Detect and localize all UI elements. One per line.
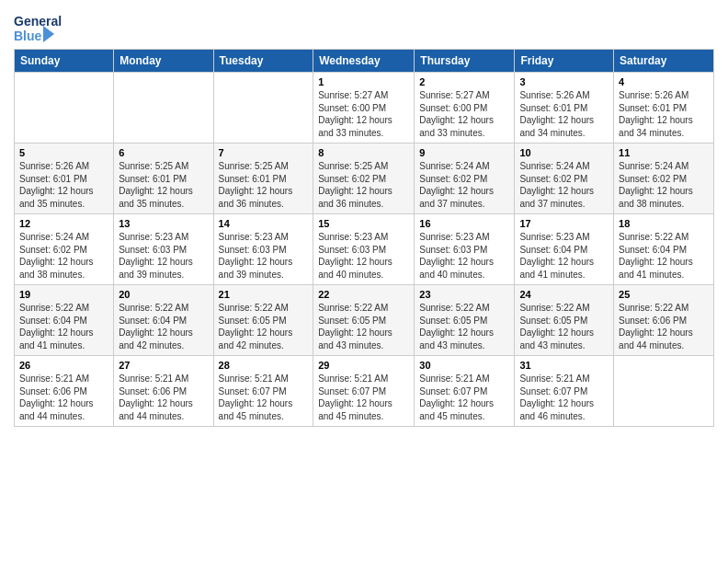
day-number: 19	[19, 289, 108, 300]
day-number: 15	[318, 218, 409, 229]
day-info: Sunrise: 5:27 AM Sunset: 6:00 PM Dayligh…	[419, 89, 509, 139]
calendar-cell: 30Sunrise: 5:21 AM Sunset: 6:07 PM Dayli…	[415, 356, 515, 427]
day-info: Sunrise: 5:21 AM Sunset: 6:06 PM Dayligh…	[19, 373, 108, 422]
day-info: Sunrise: 5:24 AM Sunset: 6:02 PM Dayligh…	[519, 160, 609, 210]
day-info: Sunrise: 5:22 AM Sunset: 6:04 PM Dayligh…	[19, 302, 108, 351]
calendar-cell: 25Sunrise: 5:22 AM Sunset: 6:06 PM Dayli…	[614, 285, 714, 356]
day-number: 31	[519, 360, 609, 371]
day-info: Sunrise: 5:22 AM Sunset: 6:06 PM Dayligh…	[619, 302, 709, 351]
day-info: Sunrise: 5:22 AM Sunset: 6:04 PM Dayligh…	[619, 231, 709, 281]
calendar-cell	[614, 356, 714, 427]
calendar-cell: 1Sunrise: 5:27 AM Sunset: 6:00 PM Daylig…	[313, 73, 415, 144]
day-number: 6	[119, 147, 208, 158]
calendar-cell: 20Sunrise: 5:22 AM Sunset: 6:04 PM Dayli…	[114, 285, 213, 356]
calendar-cell: 13Sunrise: 5:23 AM Sunset: 6:03 PM Dayli…	[114, 214, 213, 285]
day-info: Sunrise: 5:23 AM Sunset: 6:04 PM Dayligh…	[519, 231, 609, 281]
day-number: 18	[619, 218, 709, 229]
day-info: Sunrise: 5:22 AM Sunset: 6:05 PM Dayligh…	[318, 302, 409, 351]
calendar-cell: 24Sunrise: 5:22 AM Sunset: 6:05 PM Dayli…	[515, 285, 614, 356]
logo-chevron-icon	[43, 26, 54, 42]
day-info: Sunrise: 5:21 AM Sunset: 6:07 PM Dayligh…	[519, 373, 609, 422]
day-info: Sunrise: 5:26 AM Sunset: 6:01 PM Dayligh…	[519, 89, 609, 139]
day-info: Sunrise: 5:22 AM Sunset: 6:04 PM Dayligh…	[119, 302, 208, 351]
day-info: Sunrise: 5:26 AM Sunset: 6:01 PM Dayligh…	[19, 160, 108, 210]
day-number: 5	[19, 147, 108, 158]
calendar-cell	[15, 73, 114, 144]
logo-blue: Blue	[14, 29, 41, 43]
day-info: Sunrise: 5:25 AM Sunset: 6:02 PM Dayligh…	[318, 160, 409, 210]
calendar-cell: 15Sunrise: 5:23 AM Sunset: 6:03 PM Dayli…	[313, 214, 415, 285]
calendar-cell: 23Sunrise: 5:22 AM Sunset: 6:05 PM Dayli…	[415, 285, 515, 356]
day-number: 30	[419, 360, 509, 371]
calendar-cell	[213, 73, 313, 144]
calendar-header-row: SundayMondayTuesdayWednesdayThursdayFrid…	[15, 50, 714, 73]
day-number: 12	[19, 218, 108, 229]
calendar-cell: 19Sunrise: 5:22 AM Sunset: 6:04 PM Dayli…	[15, 285, 114, 356]
day-number: 20	[119, 289, 208, 300]
day-info: Sunrise: 5:23 AM Sunset: 6:03 PM Dayligh…	[119, 231, 208, 281]
day-info: Sunrise: 5:23 AM Sunset: 6:03 PM Dayligh…	[419, 231, 509, 281]
weekday-header-saturday: Saturday	[614, 50, 714, 73]
day-info: Sunrise: 5:25 AM Sunset: 6:01 PM Dayligh…	[119, 160, 208, 210]
day-info: Sunrise: 5:22 AM Sunset: 6:05 PM Dayligh…	[219, 302, 309, 351]
day-number: 27	[119, 360, 208, 371]
day-number: 4	[619, 76, 709, 87]
calendar-cell: 7Sunrise: 5:25 AM Sunset: 6:01 PM Daylig…	[213, 144, 313, 214]
calendar-cell: 17Sunrise: 5:23 AM Sunset: 6:04 PM Dayli…	[515, 214, 614, 285]
calendar-cell: 16Sunrise: 5:23 AM Sunset: 6:03 PM Dayli…	[415, 214, 515, 285]
logo: General Blue	[14, 14, 62, 43]
calendar-cell: 29Sunrise: 5:21 AM Sunset: 6:07 PM Dayli…	[313, 356, 415, 427]
calendar-cell: 18Sunrise: 5:22 AM Sunset: 6:04 PM Dayli…	[614, 214, 714, 285]
day-number: 7	[219, 147, 309, 158]
calendar-cell: 31Sunrise: 5:21 AM Sunset: 6:07 PM Dayli…	[515, 356, 614, 427]
calendar-cell: 4Sunrise: 5:26 AM Sunset: 6:01 PM Daylig…	[614, 73, 714, 144]
calendar-week-row: 1Sunrise: 5:27 AM Sunset: 6:00 PM Daylig…	[15, 73, 714, 144]
day-number: 29	[318, 360, 409, 371]
calendar-cell: 9Sunrise: 5:24 AM Sunset: 6:02 PM Daylig…	[415, 144, 515, 214]
day-number: 25	[619, 289, 709, 300]
calendar-week-row: 5Sunrise: 5:26 AM Sunset: 6:01 PM Daylig…	[15, 144, 714, 214]
calendar-table: SundayMondayTuesdayWednesdayThursdayFrid…	[14, 49, 714, 427]
day-number: 3	[519, 76, 609, 87]
day-number: 10	[519, 147, 609, 158]
day-number: 14	[219, 218, 309, 229]
weekday-header-friday: Friday	[515, 50, 614, 73]
calendar-cell: 5Sunrise: 5:26 AM Sunset: 6:01 PM Daylig…	[15, 144, 114, 214]
calendar-cell: 3Sunrise: 5:26 AM Sunset: 6:01 PM Daylig…	[515, 73, 614, 144]
weekday-header-tuesday: Tuesday	[213, 50, 313, 73]
day-info: Sunrise: 5:24 AM Sunset: 6:02 PM Dayligh…	[419, 160, 509, 210]
day-info: Sunrise: 5:27 AM Sunset: 6:00 PM Dayligh…	[318, 89, 409, 139]
day-info: Sunrise: 5:21 AM Sunset: 6:06 PM Dayligh…	[119, 373, 208, 422]
day-info: Sunrise: 5:22 AM Sunset: 6:05 PM Dayligh…	[519, 302, 609, 351]
day-number: 8	[318, 147, 409, 158]
calendar-cell: 14Sunrise: 5:23 AM Sunset: 6:03 PM Dayli…	[213, 214, 313, 285]
day-info: Sunrise: 5:23 AM Sunset: 6:03 PM Dayligh…	[318, 231, 409, 281]
day-info: Sunrise: 5:25 AM Sunset: 6:01 PM Dayligh…	[219, 160, 309, 210]
weekday-header-wednesday: Wednesday	[313, 50, 415, 73]
weekday-header-sunday: Sunday	[15, 50, 114, 73]
day-number: 9	[419, 147, 509, 158]
day-number: 11	[619, 147, 709, 158]
day-number: 26	[19, 360, 108, 371]
calendar-cell: 28Sunrise: 5:21 AM Sunset: 6:07 PM Dayli…	[213, 356, 313, 427]
day-number: 24	[519, 289, 609, 300]
weekday-header-thursday: Thursday	[415, 50, 515, 73]
calendar-cell: 12Sunrise: 5:24 AM Sunset: 6:02 PM Dayli…	[15, 214, 114, 285]
day-info: Sunrise: 5:21 AM Sunset: 6:07 PM Dayligh…	[419, 373, 509, 422]
day-number: 28	[219, 360, 309, 371]
calendar-cell: 11Sunrise: 5:24 AM Sunset: 6:02 PM Dayli…	[614, 144, 714, 214]
calendar-cell	[114, 73, 213, 144]
calendar-week-row: 19Sunrise: 5:22 AM Sunset: 6:04 PM Dayli…	[15, 285, 714, 356]
day-info: Sunrise: 5:24 AM Sunset: 6:02 PM Dayligh…	[619, 160, 709, 210]
day-number: 13	[119, 218, 208, 229]
day-number: 17	[519, 218, 609, 229]
day-info: Sunrise: 5:23 AM Sunset: 6:03 PM Dayligh…	[219, 231, 309, 281]
day-info: Sunrise: 5:22 AM Sunset: 6:05 PM Dayligh…	[419, 302, 509, 351]
day-info: Sunrise: 5:21 AM Sunset: 6:07 PM Dayligh…	[219, 373, 309, 422]
calendar-cell: 2Sunrise: 5:27 AM Sunset: 6:00 PM Daylig…	[415, 73, 515, 144]
day-number: 23	[419, 289, 509, 300]
calendar-cell: 6Sunrise: 5:25 AM Sunset: 6:01 PM Daylig…	[114, 144, 213, 214]
calendar-week-row: 12Sunrise: 5:24 AM Sunset: 6:02 PM Dayli…	[15, 214, 714, 285]
day-number: 22	[318, 289, 409, 300]
day-info: Sunrise: 5:26 AM Sunset: 6:01 PM Dayligh…	[619, 89, 709, 139]
